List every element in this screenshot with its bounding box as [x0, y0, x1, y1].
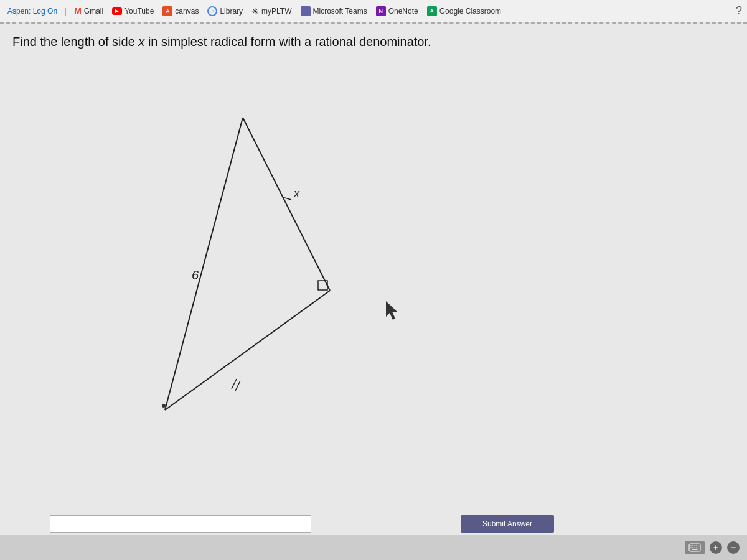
library-icon: ○	[207, 6, 217, 16]
svg-line-4	[232, 379, 237, 389]
problem-statement: Find the length of side x in simplest ra…	[0, 24, 747, 55]
triangle-svg: 6 x	[0, 55, 747, 441]
side-label-x: x	[293, 187, 300, 200]
problem-variable: x	[138, 35, 144, 49]
onenote-bookmark[interactable]: N OneNote	[374, 5, 421, 17]
onenote-label: OneNote	[388, 7, 418, 16]
bottom-bar: + −	[0, 535, 747, 560]
gmail-label: Gmail	[84, 7, 103, 16]
canvas-bookmark[interactable]: A canvas	[160, 5, 201, 17]
google-classroom-label: Google Classroom	[439, 7, 501, 16]
google-classroom-icon: A	[427, 6, 437, 16]
zoom-minus-button[interactable]: −	[727, 541, 740, 554]
submit-button[interactable]: Submit Answer	[461, 515, 554, 533]
keyboard-svg	[688, 543, 701, 552]
google-classroom-bookmark[interactable]: A Google Classroom	[425, 5, 504, 17]
svg-line-2	[243, 118, 330, 291]
microsoft-teams-bookmark[interactable]: Microsoft Teams	[298, 5, 370, 17]
onenote-icon: N	[376, 6, 386, 16]
youtube-label: YouTube	[125, 7, 154, 16]
aspen-log-on-link[interactable]: Aspen: Log On	[5, 6, 60, 17]
mypltw-bookmark[interactable]: ✳ myPLTW	[249, 5, 294, 17]
teams-icon	[301, 6, 311, 16]
triangle-diagram: 6 x	[0, 55, 747, 478]
teams-label: Microsoft Teams	[313, 7, 367, 16]
side-label-6: 6	[192, 268, 199, 282]
canvas-icon: A	[162, 6, 172, 16]
problem-text-before: Find the length of side	[12, 35, 138, 49]
library-label: Library	[220, 7, 243, 16]
separator-1: |	[65, 7, 67, 16]
youtube-icon	[112, 7, 122, 15]
youtube-bookmark[interactable]: YouTube	[110, 6, 156, 17]
gmail-icon: M	[74, 6, 82, 16]
main-content: Find the length of side x in simplest ra…	[0, 22, 747, 560]
svg-line-1	[165, 291, 330, 410]
problem-text-after: in simplest radical form with a rational…	[144, 35, 431, 49]
browser-toolbar: Aspen: Log On | M Gmail YouTube A canvas…	[0, 0, 747, 22]
svg-line-5	[235, 381, 240, 391]
mypltw-label: myPLTW	[261, 7, 291, 16]
library-bookmark[interactable]: ○ Library	[205, 5, 245, 17]
dot-marker	[162, 404, 166, 408]
mypltw-icon: ✳	[251, 6, 259, 16]
zoom-plus-button[interactable]: +	[710, 541, 722, 554]
unknown-icon: ?	[736, 4, 742, 17]
svg-line-0	[165, 118, 243, 410]
cursor-icon	[386, 301, 397, 320]
canvas-label: canvas	[175, 7, 199, 16]
answer-input-box[interactable]	[50, 515, 311, 533]
gmail-bookmark[interactable]: M Gmail	[72, 5, 106, 17]
keyboard-icon[interactable]	[685, 541, 705, 554]
submit-label: Submit Answer	[482, 520, 532, 528]
